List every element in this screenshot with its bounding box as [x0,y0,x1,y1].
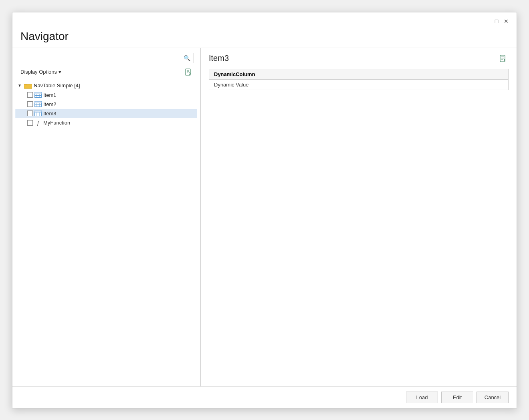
search-icon: 🔍 [184,55,190,61]
table-row: Dynamic Value [209,79,509,90]
svg-rect-24 [35,111,42,113]
minimize-button[interactable]: □ [493,17,501,25]
item2-label: Item2 [43,101,57,107]
right-panel: Item3 DynamicColumn [201,48,517,386]
svg-rect-18 [35,102,42,103]
navigator-dialog: □ ✕ Navigator 🔍 Display Options ▾ [12,12,517,408]
cancel-button[interactable]: Cancel [477,392,509,403]
preview-table: DynamicColumn Dynamic Value [209,69,509,90]
options-doc-icon [185,68,192,76]
display-options-arrow: ▾ [59,69,61,75]
table-icon [34,111,42,116]
tree-item-item3[interactable]: Item3 [16,109,197,118]
myfunction-checkbox[interactable] [27,120,33,126]
display-options-button[interactable]: Display Options ▾ [19,68,63,76]
edit-button[interactable]: Edit [441,392,473,403]
tree-group-label: NavTable Simple [4] [34,82,80,88]
table-icon [34,92,42,98]
content-area: 🔍 Display Options ▾ [12,48,517,386]
table-icon [34,101,42,107]
table-header-row: DynamicColumn [209,69,509,79]
expand-arrow: ▼ [18,83,24,88]
search-bar[interactable]: 🔍 [19,53,194,63]
preview-header: Item3 [209,53,509,64]
load-button[interactable]: Load [406,392,438,403]
item2-checkbox[interactable] [27,101,33,107]
tree-group-header[interactable]: ▼ NavTable Simple [4] [16,81,197,90]
title-bar-controls: □ ✕ [493,17,510,25]
preview-options-button[interactable] [497,53,509,64]
tree-item-myfunction[interactable]: ƒ MyFunction [16,118,197,128]
preview-doc-icon [499,55,507,62]
title-bar: □ ✕ [12,12,517,27]
folder-icon [24,82,32,89]
toolbar-options-icon-button[interactable] [183,66,194,78]
tree-item-item1[interactable]: Item1 [16,90,197,100]
column-header-dynamiccolumn: DynamicColumn [209,69,509,79]
item1-label: Item1 [43,92,57,98]
svg-rect-6 [24,85,27,86]
item3-label: Item3 [43,111,57,117]
item3-checkbox[interactable] [27,111,33,116]
tree-container: ▼ NavTable Simple [4] [12,81,200,386]
function-icon: ƒ [34,120,42,126]
dialog-title: Navigator [12,27,517,48]
tree-item-item2[interactable]: Item2 [16,100,197,109]
footer: Load Edit Cancel [12,386,517,408]
toolbar-row: Display Options ▾ [12,66,200,81]
table-cell-dynamic-value: Dynamic Value [209,79,509,90]
left-panel: 🔍 Display Options ▾ [12,48,201,386]
search-input[interactable] [22,55,184,61]
item1-checkbox[interactable] [27,92,33,98]
close-button[interactable]: ✕ [502,17,510,25]
svg-rect-12 [35,92,42,94]
display-options-label: Display Options [20,69,57,75]
preview-title: Item3 [209,54,229,63]
myfunction-label: MyFunction [43,120,70,126]
